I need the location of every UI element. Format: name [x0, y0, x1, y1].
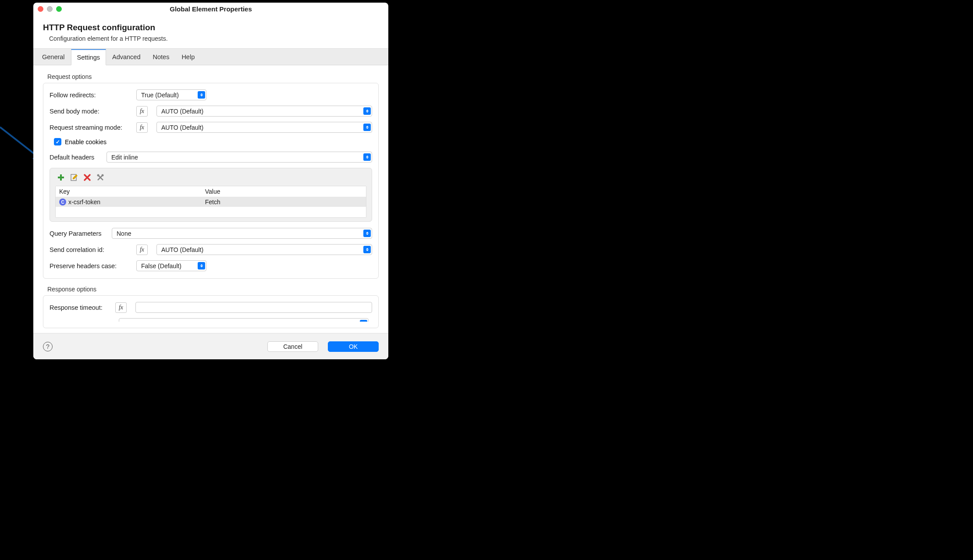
- ok-button[interactable]: OK: [328, 341, 379, 352]
- tab-general[interactable]: General: [36, 49, 71, 65]
- tab-notes[interactable]: Notes: [147, 49, 176, 65]
- request-streaming-value: AUTO (Default): [161, 124, 203, 131]
- headers-table: Key Value C x-csrf-token Fetch: [55, 186, 366, 218]
- window-title: Global Element Properties: [33, 5, 388, 13]
- fx-button-send-body[interactable]: fx: [136, 106, 148, 117]
- dropdown-arrow-icon: [363, 153, 371, 161]
- titlebar: Global Element Properties: [33, 3, 388, 15]
- send-correlation-id-select[interactable]: AUTO (Default): [156, 244, 372, 255]
- query-parameters-select[interactable]: None: [112, 228, 372, 239]
- dropdown-arrow-icon: [363, 107, 371, 115]
- follow-redirects-row: Follow redirects: True (Default): [50, 89, 372, 100]
- default-headers-row: Default headers Edit inline: [50, 152, 372, 163]
- response-options-label: Response options: [47, 286, 382, 293]
- dropdown-arrow-icon: [363, 246, 371, 253]
- follow-redirects-select[interactable]: True (Default): [136, 89, 206, 100]
- headers-table-header: Key Value: [56, 186, 366, 197]
- tab-settings[interactable]: Settings: [71, 49, 106, 65]
- request-options-panel: Follow redirects: True (Default) Send bo…: [43, 83, 379, 279]
- enable-cookies-checkbox[interactable]: [54, 138, 61, 145]
- headers-col-value: Value: [202, 186, 366, 197]
- headers-editor-panel: Key Value C x-csrf-token Fetch: [50, 168, 372, 222]
- dropdown-arrow-icon: [198, 91, 205, 99]
- svg-point-6: [102, 174, 104, 177]
- follow-redirects-label: Follow redirects:: [50, 92, 136, 99]
- header-value-cell: Fetch: [202, 197, 366, 207]
- request-streaming-row: Request streaming mode: fx AUTO (Default…: [50, 122, 372, 133]
- tab-advanced[interactable]: Advanced: [106, 49, 147, 65]
- send-body-mode-value: AUTO (Default): [161, 108, 203, 115]
- response-timeout-row: Response timeout: fx: [50, 302, 372, 313]
- enable-cookies-label: Enable cookies: [65, 138, 107, 145]
- svg-rect-3: [58, 177, 64, 178]
- send-correlation-id-label: Send correlation id:: [50, 246, 136, 253]
- request-streaming-select[interactable]: AUTO (Default): [156, 122, 372, 133]
- tabs-bar: General Settings Advanced Notes Help: [33, 48, 388, 65]
- default-headers-value: Edit inline: [111, 154, 138, 161]
- dropdown-arrow-icon: [360, 320, 367, 322]
- cancel-button[interactable]: Cancel: [267, 341, 318, 352]
- header-key-text: x-csrf-token: [68, 198, 100, 206]
- fx-button-timeout[interactable]: fx: [115, 302, 127, 313]
- send-body-mode-row: Send body mode: fx AUTO (Default): [50, 106, 372, 117]
- delete-icon[interactable]: [83, 174, 91, 181]
- footer-buttons: Cancel OK: [267, 341, 379, 352]
- response-options-panel: Response timeout: fx: [43, 295, 379, 328]
- preserve-headers-case-select[interactable]: False (Default): [136, 260, 206, 271]
- svg-point-5: [97, 174, 99, 177]
- header-key-cell: C x-csrf-token: [56, 197, 202, 207]
- default-headers-select[interactable]: Edit inline: [107, 152, 372, 163]
- table-row[interactable]: C x-csrf-token Fetch: [56, 197, 366, 207]
- dialog-window: Global Element Properties HTTP Request c…: [33, 3, 388, 359]
- add-icon[interactable]: [57, 174, 65, 181]
- dropdown-arrow-icon: [363, 124, 371, 131]
- edit-icon[interactable]: [70, 174, 78, 181]
- content-area: Request options Follow redirects: True (…: [33, 65, 388, 333]
- send-correlation-id-value: AUTO (Default): [161, 246, 203, 253]
- preserve-headers-case-value: False (Default): [141, 262, 181, 269]
- dialog-footer: ? Cancel OK: [33, 333, 388, 359]
- header-section: HTTP Request configuration Configuration…: [33, 15, 388, 48]
- query-parameters-value: None: [117, 230, 131, 237]
- send-correlation-id-row: Send correlation id: fx AUTO (Default): [50, 244, 372, 255]
- partial-next-row: [53, 318, 369, 322]
- help-icon[interactable]: ?: [43, 342, 53, 351]
- tools-icon[interactable]: [96, 174, 104, 181]
- response-timeout-label: Response timeout:: [50, 304, 115, 311]
- tab-help[interactable]: Help: [175, 49, 201, 65]
- request-options-label: Request options: [47, 73, 382, 80]
- fx-button-streaming[interactable]: fx: [136, 122, 148, 133]
- headers-toolbar: [55, 174, 366, 181]
- send-body-mode-select[interactable]: AUTO (Default): [156, 106, 372, 117]
- send-body-mode-label: Send body mode:: [50, 108, 136, 115]
- response-timeout-input[interactable]: [135, 302, 372, 313]
- headers-empty-row: [56, 207, 366, 217]
- fx-button-correlation[interactable]: fx: [136, 245, 148, 255]
- follow-redirects-value: True (Default): [141, 92, 179, 99]
- query-parameters-label: Query Parameters: [50, 230, 112, 237]
- request-streaming-label: Request streaming mode:: [50, 124, 136, 131]
- dropdown-arrow-icon: [198, 262, 205, 269]
- preserve-headers-case-row: Preserve headers case: False (Default): [50, 260, 372, 271]
- dropdown-arrow-icon: [363, 230, 371, 237]
- headers-col-key: Key: [56, 186, 202, 197]
- page-subtitle: Configuration element for a HTTP request…: [43, 35, 379, 42]
- query-parameters-row: Query Parameters None: [50, 228, 372, 239]
- page-title: HTTP Request configuration: [43, 23, 379, 32]
- constant-icon: C: [59, 198, 66, 206]
- enable-cookies-row[interactable]: Enable cookies: [54, 138, 372, 145]
- preserve-headers-case-label: Preserve headers case:: [50, 262, 136, 269]
- default-headers-label: Default headers: [50, 154, 107, 161]
